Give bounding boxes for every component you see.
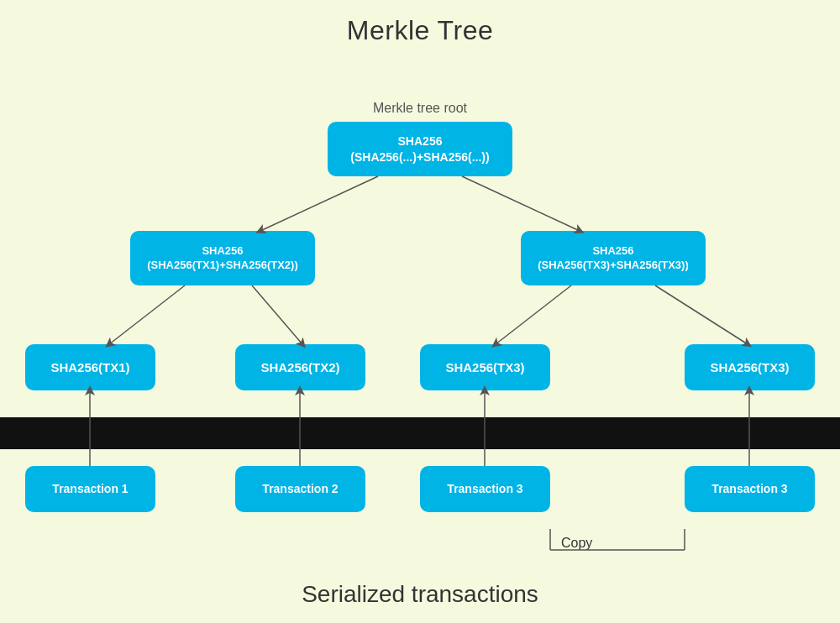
node-trans3b: Transaction 3 bbox=[685, 466, 815, 512]
svg-line-5 bbox=[655, 285, 748, 344]
svg-line-1 bbox=[462, 176, 580, 231]
node-l2-left: SHA256 (SHA256(TX1)+SHA256(TX2)) bbox=[130, 231, 315, 285]
node-l2-right: SHA256 (SHA256(TX3)+SHA256(TX3)) bbox=[521, 231, 706, 285]
divider-bar bbox=[0, 417, 840, 449]
svg-line-3 bbox=[252, 285, 302, 344]
node-hash-tx1: SHA256(TX1) bbox=[25, 344, 155, 390]
page-title: Merkle Tree bbox=[0, 0, 840, 46]
bottom-label: Serialized transactions bbox=[0, 581, 840, 608]
node-root: SHA256 (SHA256(...)+SHA256(...)) bbox=[328, 122, 512, 176]
diagram-area: Merkle tree root SHA256 (SHA256(...)+SHA… bbox=[0, 55, 840, 584]
node-hash-tx3b: SHA256(TX3) bbox=[685, 344, 815, 390]
node-trans2: Transaction 2 bbox=[235, 466, 365, 512]
root-label: Merkle tree root bbox=[328, 101, 512, 116]
svg-line-0 bbox=[260, 176, 378, 231]
node-trans1: Transaction 1 bbox=[25, 466, 155, 512]
node-hash-tx3a: SHA256(TX3) bbox=[420, 344, 550, 390]
node-trans3a: Transaction 3 bbox=[420, 466, 550, 512]
copy-label: Copy bbox=[561, 536, 592, 551]
svg-line-4 bbox=[496, 285, 571, 344]
node-hash-tx2: SHA256(TX2) bbox=[235, 344, 365, 390]
svg-line-2 bbox=[109, 285, 185, 344]
